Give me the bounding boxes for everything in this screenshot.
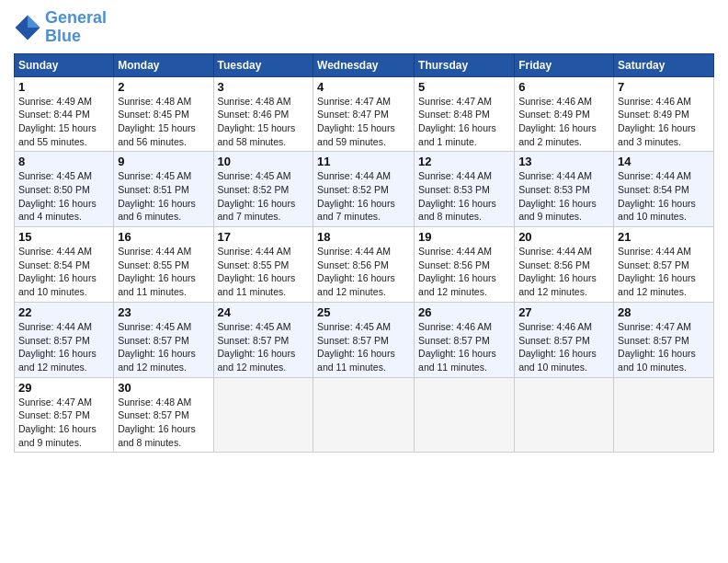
- day-info: Sunrise: 4:44 AM Sunset: 8:52 PM Dayligh…: [317, 169, 410, 224]
- day-info: Sunrise: 4:44 AM Sunset: 8:56 PM Dayligh…: [317, 245, 410, 299]
- day-info: Sunrise: 4:45 AM Sunset: 8:52 PM Dayligh…: [218, 169, 310, 224]
- day-info: Sunrise: 4:44 AM Sunset: 8:57 PM Dayligh…: [18, 320, 109, 374]
- calendar-week-row: 29Sunrise: 4:47 AM Sunset: 8:57 PM Dayli…: [15, 377, 714, 453]
- day-number: 22: [18, 305, 109, 319]
- calendar-week-row: 1Sunrise: 4:49 AM Sunset: 8:44 PM Daylig…: [15, 76, 714, 152]
- day-info: Sunrise: 4:47 AM Sunset: 8:47 PM Dayligh…: [317, 95, 410, 149]
- calendar-cell: 17Sunrise: 4:44 AM Sunset: 8:55 PM Dayli…: [213, 227, 313, 303]
- day-info: Sunrise: 4:44 AM Sunset: 8:53 PM Dayligh…: [418, 169, 510, 224]
- day-number: 5: [418, 80, 510, 94]
- day-number: 24: [218, 305, 310, 319]
- calendar-cell: [313, 377, 415, 453]
- day-info: Sunrise: 4:46 AM Sunset: 8:57 PM Dayligh…: [518, 320, 609, 374]
- calendar: SundayMondayTuesdayWednesdayThursdayFrid…: [14, 53, 714, 454]
- day-info: Sunrise: 4:44 AM Sunset: 8:55 PM Dayligh…: [118, 245, 209, 299]
- day-number: 29: [18, 381, 109, 395]
- calendar-cell: 10Sunrise: 4:45 AM Sunset: 8:52 PM Dayli…: [213, 152, 313, 227]
- calendar-cell: 15Sunrise: 4:44 AM Sunset: 8:54 PM Dayli…: [15, 227, 114, 303]
- header: General Blue: [14, 9, 714, 46]
- day-info: Sunrise: 4:45 AM Sunset: 8:57 PM Dayligh…: [218, 320, 310, 374]
- day-number: 26: [418, 305, 510, 319]
- calendar-cell: 3Sunrise: 4:48 AM Sunset: 8:46 PM Daylig…: [213, 76, 313, 152]
- calendar-cell: 23Sunrise: 4:45 AM Sunset: 8:57 PM Dayli…: [114, 302, 213, 377]
- day-header-friday: Friday: [515, 53, 614, 76]
- day-number: 19: [418, 230, 510, 244]
- calendar-cell: 27Sunrise: 4:46 AM Sunset: 8:57 PM Dayli…: [515, 302, 614, 377]
- day-info: Sunrise: 4:44 AM Sunset: 8:57 PM Dayligh…: [618, 245, 710, 299]
- day-info: Sunrise: 4:45 AM Sunset: 8:57 PM Dayligh…: [317, 320, 410, 374]
- day-info: Sunrise: 4:45 AM Sunset: 8:50 PM Dayligh…: [18, 169, 109, 224]
- calendar-cell: [614, 377, 714, 453]
- calendar-header-row: SundayMondayTuesdayWednesdayThursdayFrid…: [15, 53, 714, 76]
- day-number: 10: [218, 155, 310, 168]
- calendar-week-row: 15Sunrise: 4:44 AM Sunset: 8:54 PM Dayli…: [15, 227, 714, 303]
- calendar-cell: 2Sunrise: 4:48 AM Sunset: 8:45 PM Daylig…: [114, 76, 213, 152]
- calendar-cell: [415, 377, 515, 453]
- day-info: Sunrise: 4:44 AM Sunset: 8:56 PM Dayligh…: [518, 245, 609, 299]
- logo-icon: [14, 14, 41, 41]
- calendar-cell: 16Sunrise: 4:44 AM Sunset: 8:55 PM Dayli…: [114, 227, 213, 303]
- day-info: Sunrise: 4:46 AM Sunset: 8:49 PM Dayligh…: [518, 95, 609, 149]
- calendar-week-row: 22Sunrise: 4:44 AM Sunset: 8:57 PM Dayli…: [15, 302, 714, 377]
- day-number: 17: [218, 230, 310, 244]
- calendar-cell: [213, 377, 313, 453]
- day-number: 2: [118, 80, 209, 94]
- calendar-cell: 1Sunrise: 4:49 AM Sunset: 8:44 PM Daylig…: [15, 76, 114, 152]
- day-header-thursday: Thursday: [415, 53, 515, 76]
- day-number: 6: [518, 80, 609, 94]
- calendar-cell: 26Sunrise: 4:46 AM Sunset: 8:57 PM Dayli…: [415, 302, 515, 377]
- day-number: 30: [118, 381, 209, 395]
- day-number: 12: [418, 155, 510, 168]
- calendar-cell: 29Sunrise: 4:47 AM Sunset: 8:57 PM Dayli…: [15, 377, 114, 453]
- day-header-sunday: Sunday: [15, 53, 114, 76]
- calendar-cell: 18Sunrise: 4:44 AM Sunset: 8:56 PM Dayli…: [313, 227, 415, 303]
- day-number: 18: [317, 230, 410, 244]
- day-info: Sunrise: 4:45 AM Sunset: 8:51 PM Dayligh…: [118, 169, 209, 224]
- page: General Blue SundayMondayTuesdayWednesda…: [0, 0, 728, 563]
- calendar-cell: 28Sunrise: 4:47 AM Sunset: 8:57 PM Dayli…: [614, 302, 714, 377]
- day-info: Sunrise: 4:47 AM Sunset: 8:57 PM Dayligh…: [18, 396, 109, 450]
- day-number: 9: [118, 155, 209, 168]
- calendar-cell: 9Sunrise: 4:45 AM Sunset: 8:51 PM Daylig…: [114, 152, 213, 227]
- day-info: Sunrise: 4:47 AM Sunset: 8:48 PM Dayligh…: [418, 95, 510, 149]
- day-number: 13: [518, 155, 609, 168]
- day-header-saturday: Saturday: [614, 53, 714, 76]
- day-number: 3: [218, 80, 310, 94]
- day-info: Sunrise: 4:48 AM Sunset: 8:57 PM Dayligh…: [118, 396, 209, 450]
- day-number: 25: [317, 305, 410, 319]
- logo: General Blue: [14, 9, 107, 46]
- calendar-cell: 20Sunrise: 4:44 AM Sunset: 8:56 PM Dayli…: [515, 227, 614, 303]
- day-info: Sunrise: 4:46 AM Sunset: 8:57 PM Dayligh…: [418, 320, 510, 374]
- calendar-cell: 25Sunrise: 4:45 AM Sunset: 8:57 PM Dayli…: [313, 302, 415, 377]
- day-info: Sunrise: 4:49 AM Sunset: 8:44 PM Dayligh…: [18, 95, 109, 149]
- calendar-cell: 24Sunrise: 4:45 AM Sunset: 8:57 PM Dayli…: [213, 302, 313, 377]
- logo-text: General Blue: [45, 9, 107, 46]
- day-number: 15: [18, 230, 109, 244]
- calendar-cell: 7Sunrise: 4:46 AM Sunset: 8:49 PM Daylig…: [614, 76, 714, 152]
- calendar-cell: [515, 377, 614, 453]
- calendar-cell: 21Sunrise: 4:44 AM Sunset: 8:57 PM Dayli…: [614, 227, 714, 303]
- day-number: 8: [18, 155, 109, 168]
- day-number: 16: [118, 230, 209, 244]
- calendar-cell: 11Sunrise: 4:44 AM Sunset: 8:52 PM Dayli…: [313, 152, 415, 227]
- day-number: 20: [518, 230, 609, 244]
- day-number: 4: [317, 80, 410, 94]
- calendar-cell: 5Sunrise: 4:47 AM Sunset: 8:48 PM Daylig…: [415, 76, 515, 152]
- calendar-cell: 14Sunrise: 4:44 AM Sunset: 8:54 PM Dayli…: [614, 152, 714, 227]
- calendar-week-row: 8Sunrise: 4:45 AM Sunset: 8:50 PM Daylig…: [15, 152, 714, 227]
- svg-marker-1: [28, 15, 40, 28]
- calendar-cell: 12Sunrise: 4:44 AM Sunset: 8:53 PM Dayli…: [415, 152, 515, 227]
- day-info: Sunrise: 4:44 AM Sunset: 8:56 PM Dayligh…: [418, 245, 510, 299]
- calendar-cell: 6Sunrise: 4:46 AM Sunset: 8:49 PM Daylig…: [515, 76, 614, 152]
- day-number: 7: [618, 80, 710, 94]
- day-info: Sunrise: 4:48 AM Sunset: 8:46 PM Dayligh…: [218, 95, 310, 149]
- day-header-wednesday: Wednesday: [313, 53, 415, 76]
- day-info: Sunrise: 4:44 AM Sunset: 8:54 PM Dayligh…: [18, 245, 109, 299]
- day-info: Sunrise: 4:45 AM Sunset: 8:57 PM Dayligh…: [118, 320, 209, 374]
- calendar-cell: 8Sunrise: 4:45 AM Sunset: 8:50 PM Daylig…: [15, 152, 114, 227]
- day-info: Sunrise: 4:44 AM Sunset: 8:55 PM Dayligh…: [218, 245, 310, 299]
- calendar-cell: 19Sunrise: 4:44 AM Sunset: 8:56 PM Dayli…: [415, 227, 515, 303]
- calendar-cell: 13Sunrise: 4:44 AM Sunset: 8:53 PM Dayli…: [515, 152, 614, 227]
- calendar-cell: 30Sunrise: 4:48 AM Sunset: 8:57 PM Dayli…: [114, 377, 213, 453]
- day-number: 11: [317, 155, 410, 168]
